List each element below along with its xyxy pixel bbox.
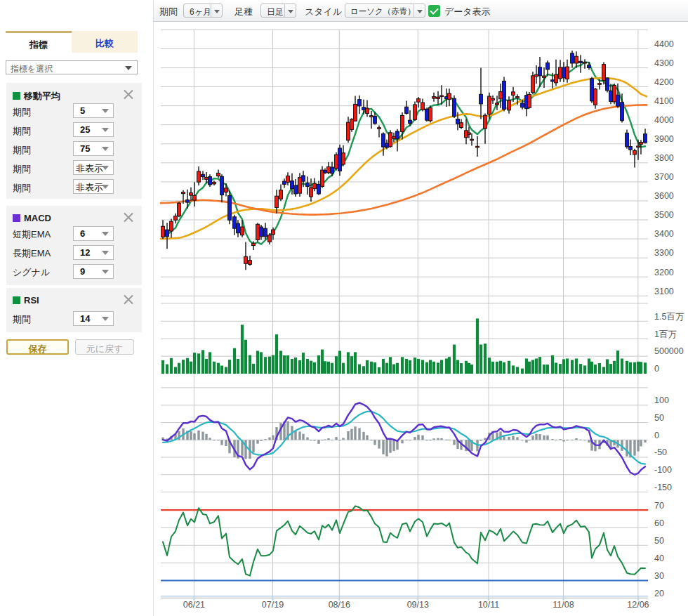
svg-text:10/11: 10/11 [478,600,499,610]
svg-text:4000: 4000 [654,115,674,125]
svg-text:3200: 3200 [654,268,674,277]
svg-text:08/16: 08/16 [329,600,350,610]
svg-text:-50: -50 [654,447,667,457]
svg-text:3900: 3900 [654,134,674,144]
svg-text:30: 30 [654,571,664,581]
svg-text:500000: 500000 [654,346,684,356]
svg-text:50: 50 [654,536,664,546]
svg-text:4200: 4200 [654,77,674,87]
svg-text:11/08: 11/08 [553,600,574,610]
svg-text:70: 70 [654,501,664,511]
svg-text:4300: 4300 [654,58,674,68]
svg-text:3400: 3400 [654,229,674,239]
svg-text:4100: 4100 [654,96,674,106]
svg-text:07/19: 07/19 [262,600,284,610]
svg-text:3700: 3700 [654,172,674,182]
svg-text:1百万: 1百万 [654,329,677,339]
svg-text:-100: -100 [654,465,672,475]
svg-text:1.5百万: 1.5百万 [654,312,684,322]
svg-text:4400: 4400 [654,39,674,49]
svg-text:60: 60 [654,518,664,528]
svg-text:-150: -150 [654,483,672,492]
svg-text:09/13: 09/13 [407,600,429,610]
svg-text:0: 0 [654,431,659,440]
svg-text:3300: 3300 [654,248,674,258]
svg-text:100: 100 [654,395,669,405]
svg-text:3500: 3500 [654,210,674,220]
svg-text:50: 50 [654,413,664,423]
svg-text:0: 0 [654,364,659,374]
svg-text:20: 20 [654,589,664,598]
svg-text:06/21: 06/21 [183,600,205,610]
svg-text:3600: 3600 [654,191,674,201]
svg-text:3800: 3800 [654,153,674,163]
svg-text:40: 40 [654,553,664,563]
svg-text:3100: 3100 [654,287,674,296]
svg-text:12/06: 12/06 [627,600,649,610]
